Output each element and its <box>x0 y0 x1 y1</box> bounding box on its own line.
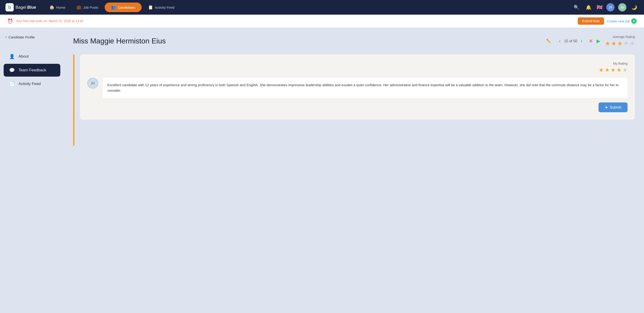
trial-text: Your free trial ends on: March 07, 2025 … <box>16 19 575 23</box>
action-icons: ✕ ▶ <box>589 38 600 44</box>
create-job-link[interactable]: Create new job + <box>607 18 637 24</box>
feedback-text[interactable]: Excellent candidate with 12 years of exp… <box>103 78 628 98</box>
feedback-container: My Rating ★ ★ ★ ★ ★ JU Excellent candida… <box>80 54 635 120</box>
trial-banner: ⏰ Your free trial ends on: March 07, 202… <box>0 15 644 28</box>
avg-star-1[interactable]: ★ <box>605 40 610 47</box>
clock-icon: ⏰ <box>7 18 13 24</box>
pagination-prev[interactable]: ‹ <box>557 38 562 44</box>
feedback-user-avatar: JU <box>87 78 98 89</box>
average-rating-label: Average Rating <box>605 35 635 39</box>
avg-star-4[interactable]: ★ <box>624 40 629 47</box>
sidebar-nav: 👤 About 💬 Team Feedback 📄 Activity Feed <box>4 50 60 90</box>
dark-mode-icon[interactable]: 🌙 <box>630 3 638 12</box>
my-stars: ★ ★ ★ ★ ★ <box>87 67 628 73</box>
my-rating-label: My Rating <box>87 62 628 65</box>
about-icon: 👤 <box>9 54 15 59</box>
search-icon[interactable]: 🔍 <box>572 3 581 12</box>
home-icon: 🏠 <box>49 5 54 10</box>
submit-btn-row: ➤ Submit <box>87 102 628 112</box>
content-main: My Rating ★ ★ ★ ★ ★ JU Excellent candida… <box>80 54 635 146</box>
nav-items: 🏠 Home 💼 Job Posts 👥 Candidates 📋 Activi… <box>45 3 565 12</box>
nav-candidates[interactable]: 👥 Candidates <box>105 3 142 12</box>
team-feedback-icon: 💬 <box>9 68 15 73</box>
nav-activity-feed[interactable]: 📋 Activity Feed <box>144 3 179 12</box>
average-stars: ★ ★ ★ ★ ★ <box>605 40 635 47</box>
create-job-plus-icon: + <box>631 18 637 24</box>
pagination: ‹ 15 of 50 › <box>557 38 584 44</box>
sidebar-item-team-feedback[interactable]: 💬 Team Feedback <box>4 64 60 77</box>
back-arrow-icon: ‹ <box>6 35 7 39</box>
pagination-text: 15 of 50 <box>564 39 577 43</box>
my-star-3[interactable]: ★ <box>611 67 616 73</box>
candidate-name: Miss Maggie Hermiston Eius <box>73 37 540 45</box>
approve-icon[interactable]: ▶ <box>596 38 600 44</box>
candidates-icon: 👥 <box>111 5 116 10</box>
pagination-next[interactable]: › <box>579 38 584 44</box>
my-rating-section: My Rating ★ ★ ★ ★ ★ <box>87 62 628 73</box>
edit-candidate-icon[interactable]: ✏️ <box>545 37 552 45</box>
submit-icon: ➤ <box>605 105 608 110</box>
my-star-4[interactable]: ★ <box>616 67 622 73</box>
extend-now-button[interactable]: Extend Now <box>578 17 604 25</box>
logo-icon: b <box>6 3 14 12</box>
sidebar-item-activity-feed[interactable]: 📄 Activity Feed <box>4 78 60 90</box>
avg-star-3[interactable]: ★ <box>617 40 622 47</box>
language-flag-icon[interactable]: 🇬🇧 <box>596 4 603 10</box>
brand-name: Bagel Blue <box>16 5 36 10</box>
navbar-right: 🔍 🔔 🇬🇧 JT JU 🌙 <box>572 3 638 12</box>
job-posts-icon: 💼 <box>76 5 81 10</box>
notifications-icon[interactable]: 🔔 <box>584 3 593 12</box>
average-rating-section: Average Rating ★ ★ ★ ★ ★ <box>605 35 635 47</box>
feedback-body: JU Excellent candidate with 12 years of … <box>87 78 628 98</box>
my-star-5[interactable]: ★ <box>622 67 628 73</box>
avatar-ju[interactable]: JU <box>618 3 626 12</box>
nav-job-posts[interactable]: 💼 Job Posts <box>72 3 103 12</box>
avg-star-2[interactable]: ★ <box>611 40 616 47</box>
avatar-jt[interactable]: JT <box>606 3 614 12</box>
sidebar: ‹ Candidate Profile 👤 About 💬 Team Feedb… <box>0 28 64 311</box>
accent-line <box>73 54 74 146</box>
main-layout: ‹ Candidate Profile 👤 About 💬 Team Feedb… <box>0 28 644 311</box>
avg-star-5[interactable]: ★ <box>630 40 635 47</box>
back-to-candidate-profile[interactable]: ‹ Candidate Profile <box>4 35 60 39</box>
navbar: b Bagel Blue 🏠 Home 💼 Job Posts 👥 Candid… <box>0 0 644 15</box>
sidebar-item-about[interactable]: 👤 About <box>4 50 60 63</box>
submit-button[interactable]: ➤ Submit <box>598 102 628 112</box>
my-star-2[interactable]: ★ <box>605 67 610 73</box>
reject-icon[interactable]: ✕ <box>589 38 593 44</box>
my-star-1[interactable]: ★ <box>599 67 604 73</box>
nav-home[interactable]: 🏠 Home <box>45 3 70 12</box>
activity-feed-sidebar-icon: 📄 <box>9 81 15 87</box>
brand-logo[interactable]: b Bagel Blue <box>6 3 38 12</box>
content-area: Miss Maggie Hermiston Eius ✏️ ‹ 15 of 50… <box>64 28 644 311</box>
candidate-header: Miss Maggie Hermiston Eius ✏️ ‹ 15 of 50… <box>73 35 635 47</box>
content-wrapper: My Rating ★ ★ ★ ★ ★ JU Excellent candida… <box>73 54 635 146</box>
activity-feed-icon: 📋 <box>148 5 153 10</box>
